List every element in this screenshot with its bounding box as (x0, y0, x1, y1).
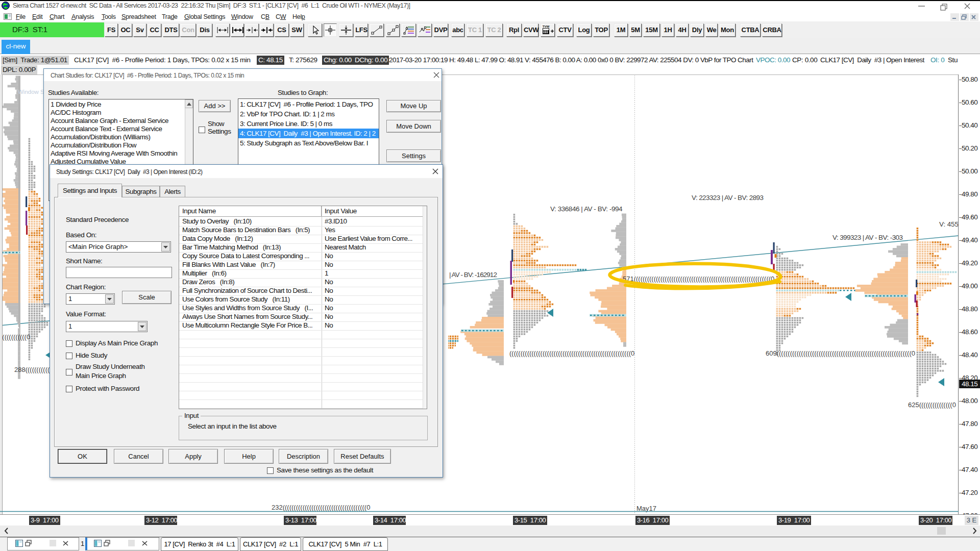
svg-text:609(((((((((((((((((((((((((((: 609(((((((((((((((((((((((((((((((((((((… (766, 349, 915, 357)
svg-text:((((((((((((((((((((((((((((((: ((((((((((((((((((((((((((((((((((((((((… (509, 349, 634, 357)
svg-text:625(((((((((((((((0: 625(((((((((((((((0 (908, 401, 956, 409)
svg-text:TVW: TVW (543, 25, 550, 28)
svg-text:((((((((((((0: ((((((((((((0 (0, 333, 30, 341)
svg-text:232(((((((((((((((((((((((((((: 232(((((((((((((((((((((((((((((((((((((… (272, 504, 370, 511)
svg-text:V: 223323 | AV - BV: 2893: V: 223323 | AV - BV: 2893 (692, 194, 763, 202)
svg-text:571(((((((((((((((((((((((((((: 571(((((((((((((((((((((((((((((((((((((… (623, 275, 774, 283)
svg-text:V: 455: V: 455 (939, 220, 959, 228)
svg-text:| AV - BV: -162912: | AV - BV: -162912 (449, 271, 497, 279)
svg-text:V: 336846 | AV - BV: -994: V: 336846 | AV - BV: -994 (550, 205, 623, 213)
svg-text:V: 399323 | AV - BV: -303: V: 399323 | AV - BV: -303 (832, 234, 902, 241)
